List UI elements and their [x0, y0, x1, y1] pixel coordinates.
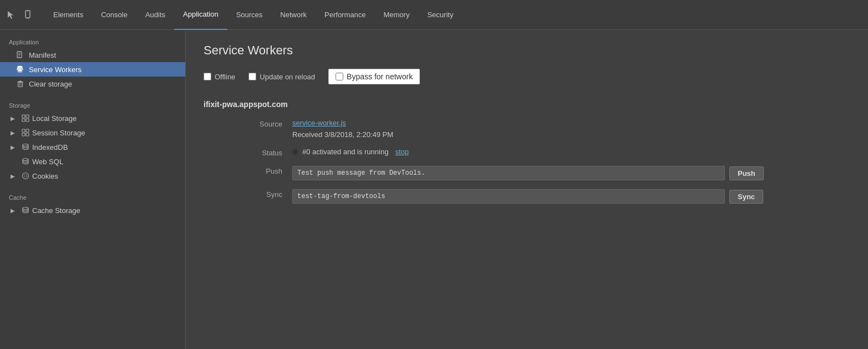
svg-rect-8 [18, 83, 22, 87]
content-area: Service Workers Offline Update on reload… [186, 30, 868, 349]
svg-point-22 [24, 174, 26, 175]
cursor-icon[interactable] [4, 8, 18, 22]
cookie-icon [21, 171, 30, 180]
manifest-icon [16, 50, 24, 59]
expand-arrow-local: ▶ [9, 114, 17, 122]
tab-audits[interactable]: Audits [136, 0, 174, 30]
sync-value: Sync [292, 189, 850, 204]
source-link[interactable]: service-worker.js [292, 119, 346, 127]
tab-performance[interactable]: Performance [316, 0, 374, 30]
svg-point-24 [24, 176, 26, 178]
bypass-for-network-label: Bypass for network [347, 72, 413, 81]
grid-icon-session [21, 128, 30, 137]
tab-sources[interactable]: Sources [227, 0, 272, 30]
status-row: #0 activated and is running stop [292, 148, 850, 156]
svg-point-19 [23, 144, 28, 146]
sync-label: Sync [248, 189, 292, 204]
push-input[interactable] [292, 166, 725, 180]
grid-icon-local [21, 114, 30, 123]
svg-rect-18 [26, 133, 29, 136]
sidebar-item-service-workers[interactable]: Service Workers [0, 62, 185, 77]
cache-section-label: Cache [0, 190, 185, 203]
sidebar-item-manifest[interactable]: Manifest [0, 48, 185, 62]
sidebar-item-session-storage[interactable]: ▶ Session Storage [0, 125, 185, 140]
status-value: #0 activated and is running stop [292, 148, 850, 157]
svg-point-21 [23, 173, 29, 179]
tab-memory[interactable]: Memory [374, 0, 418, 30]
service-worker-info: Source service-worker.js Received 3/8/20… [204, 119, 850, 204]
svg-rect-12 [26, 115, 29, 118]
trash-icon [16, 79, 24, 88]
tab-elements[interactable]: Elements [44, 0, 92, 30]
db-icon-indexed [21, 143, 30, 151]
svg-rect-11 [22, 115, 25, 118]
svg-rect-16 [26, 129, 29, 132]
expand-arrow-session: ▶ [9, 129, 17, 136]
sync-button[interactable]: Sync [729, 190, 763, 204]
cache-icon [21, 206, 30, 215]
expand-arrow-cookies: ▶ [9, 172, 17, 180]
svg-rect-13 [22, 119, 25, 122]
offline-checkbox[interactable] [204, 73, 211, 80]
sync-input[interactable] [292, 189, 725, 204]
stop-link[interactable]: stop [395, 148, 409, 156]
update-on-reload-label[interactable]: Update on reload [248, 73, 315, 81]
push-label: Push [248, 166, 292, 180]
tab-console[interactable]: Console [92, 0, 136, 30]
sidebar-item-cookies[interactable]: ▶ Cookies [0, 169, 185, 183]
svg-point-25 [26, 176, 27, 177]
db-icon-sql [21, 157, 30, 166]
sidebar-item-cache-storage[interactable]: ▶ Cache Storage [0, 203, 185, 218]
page-title: Service Workers [204, 43, 850, 58]
sidebar-item-clear-storage[interactable]: Clear storage [0, 77, 185, 91]
svg-point-26 [23, 208, 28, 210]
sync-input-row: Sync [292, 189, 850, 204]
status-dot [292, 149, 298, 155]
application-section-label: Application [0, 34, 185, 48]
worker-domain: ifixit-pwa.appspot.com [204, 100, 850, 109]
expand-arrow-cache: ▶ [9, 206, 17, 214]
tab-bar: Elements Console Audits Application Sour… [0, 0, 868, 30]
tab-security[interactable]: Security [418, 0, 462, 30]
offline-checkbox-label[interactable]: Offline [204, 73, 235, 81]
options-row: Offline Update on reload Bypass for netw… [204, 69, 850, 84]
svg-rect-15 [22, 129, 25, 132]
sidebar: Application Manifest Serv [0, 30, 186, 349]
received-text: Received 3/8/2018, 2:20:49 PM [292, 130, 850, 139]
push-input-row: Push [292, 166, 850, 180]
tab-network[interactable]: Network [271, 0, 316, 30]
bypass-for-network-box[interactable]: Bypass for network [328, 69, 420, 84]
gear-icon [16, 65, 24, 74]
push-button[interactable]: Push [729, 166, 764, 180]
expand-arrow-indexeddb: ▶ [9, 143, 17, 151]
toolbar-icons [4, 8, 35, 22]
status-label: Status [248, 148, 292, 157]
push-value: Push [292, 166, 850, 180]
storage-section-label: Storage [0, 98, 185, 111]
sidebar-item-local-storage[interactable]: ▶ Local Storage [0, 111, 185, 125]
svg-point-20 [23, 159, 28, 161]
svg-rect-17 [22, 133, 25, 136]
device-icon[interactable] [22, 8, 35, 22]
svg-rect-1 [27, 18, 29, 19]
source-value: service-worker.js Received 3/8/2018, 2:2… [292, 119, 850, 139]
update-on-reload-checkbox[interactable] [248, 73, 256, 80]
svg-point-23 [26, 175, 27, 176]
tab-application[interactable]: Application [174, 0, 227, 30]
svg-rect-14 [26, 119, 29, 122]
bypass-for-network-checkbox[interactable] [336, 73, 343, 80]
sidebar-item-web-sql[interactable]: Web SQL [0, 154, 185, 169]
main-layout: Application Manifest Serv [0, 30, 868, 349]
sidebar-item-indexeddb[interactable]: ▶ IndexedDB [0, 140, 185, 154]
source-label: Source [248, 119, 292, 139]
